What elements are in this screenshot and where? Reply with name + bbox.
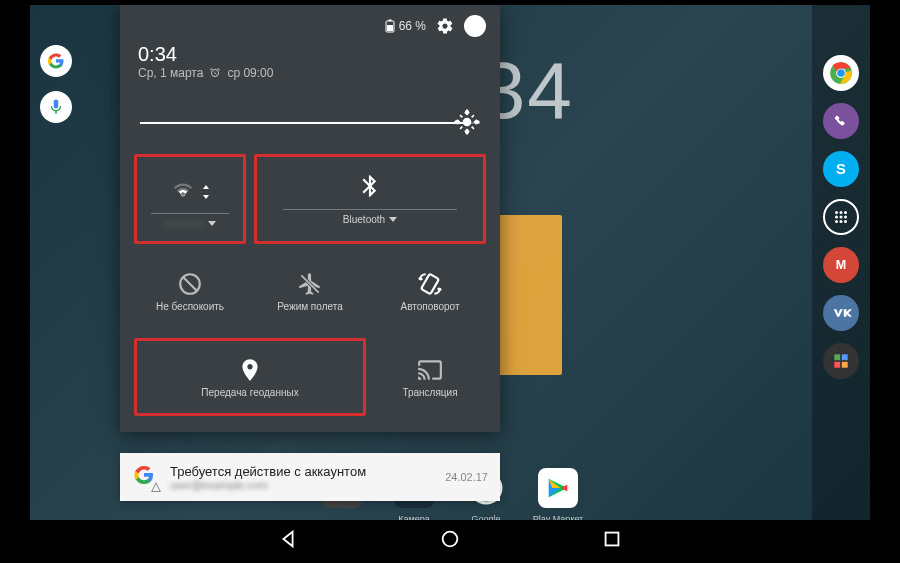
tile-label: Не беспокоить: [156, 301, 224, 312]
battery-icon: [385, 19, 395, 33]
svg-rect-30: [606, 533, 619, 546]
tile-label: Автоповорот: [400, 301, 459, 312]
svg-text:S: S: [836, 161, 846, 177]
svg-text:M: M: [836, 258, 846, 272]
viber-icon[interactable]: [823, 103, 859, 139]
brightness-fill: [140, 122, 466, 124]
svg-point-3: [837, 69, 845, 77]
notification-subtitle: user@example.com: [170, 479, 435, 491]
tile-label: Трансляция: [402, 387, 457, 398]
google-app-icon: [132, 463, 160, 491]
quick-settings-tiles: ———— Bluetooth Не беспокоить Режим полет…: [120, 154, 500, 432]
alarm-icon: [209, 67, 221, 79]
notification-date: 24.02.17: [445, 471, 488, 483]
svg-point-9: [840, 216, 843, 219]
cast-icon: [417, 357, 443, 383]
chrome-icon[interactable]: [823, 55, 859, 91]
bluetooth-icon: [357, 173, 383, 199]
left-search-column: [30, 45, 72, 123]
right-app-column: S M: [812, 5, 870, 558]
svg-rect-21: [388, 20, 391, 22]
svg-point-10: [844, 216, 847, 219]
status-row: 66 %: [120, 5, 500, 43]
shade-date-row: Ср, 1 марта ср 09:00: [138, 66, 482, 80]
shade-alarm: ср 09:00: [227, 66, 273, 80]
svg-rect-22: [387, 25, 393, 31]
notification-card[interactable]: Требуется действие с аккаунтом user@exam…: [120, 453, 500, 501]
svg-point-23: [463, 118, 472, 127]
svg-point-29: [443, 532, 458, 547]
calculator-icon[interactable]: [823, 343, 859, 379]
tablet-screen: 0:34 09:00 TER ER S M: [30, 5, 870, 558]
svg-point-7: [844, 211, 847, 214]
battery-pct: 66 %: [399, 19, 426, 33]
chevron-down-icon: [208, 221, 216, 226]
brightness-icon[interactable]: [454, 109, 480, 135]
battery-indicator: 66 %: [385, 19, 426, 33]
navigation-bar: [30, 520, 870, 558]
home-button[interactable]: [439, 528, 461, 550]
skype-icon[interactable]: S: [823, 151, 859, 187]
svg-point-5: [835, 211, 838, 214]
tile-location[interactable]: Передача геоданных: [134, 338, 366, 416]
svg-rect-17: [834, 362, 840, 368]
notification-title: Требуется действие с аккаунтом: [170, 464, 435, 479]
shade-date: Ср, 1 марта: [138, 66, 203, 80]
back-button[interactable]: [277, 528, 299, 550]
svg-point-11: [835, 220, 838, 223]
tile-autorotate[interactable]: Автоповорот: [374, 252, 486, 330]
app-drawer-icon[interactable]: [823, 199, 859, 235]
shade-time: 0:34: [138, 43, 482, 66]
autorotate-icon: [417, 271, 443, 297]
dock-item[interactable]: Play Маркет: [538, 468, 578, 508]
dnd-icon: [177, 271, 203, 297]
wifi-icon: [170, 177, 196, 203]
expand-icon: [202, 185, 210, 199]
settings-icon[interactable]: [436, 17, 454, 35]
brightness-slider[interactable]: [140, 112, 480, 132]
airplane-icon: [297, 271, 323, 297]
svg-rect-15: [834, 354, 840, 360]
tile-airplane[interactable]: Режим полета: [254, 252, 366, 330]
gmail-icon[interactable]: M: [823, 247, 859, 283]
chevron-down-icon: [389, 217, 397, 222]
shade-header: 0:34 Ср, 1 марта ср 09:00: [120, 43, 500, 94]
recent-apps-button[interactable]: [601, 528, 623, 550]
tile-dnd[interactable]: Не беспокоить: [134, 252, 246, 330]
notification-text: Требуется действие с аккаунтом user@exam…: [170, 464, 435, 491]
svg-point-13: [844, 220, 847, 223]
svg-point-6: [840, 211, 843, 214]
svg-rect-16: [842, 354, 848, 360]
tile-label: Передача геоданных: [201, 387, 298, 398]
tile-cast[interactable]: Трансляция: [374, 338, 486, 416]
location-icon: [237, 357, 263, 383]
google-search-icon[interactable]: [40, 45, 72, 77]
tile-label: Bluetooth: [343, 214, 385, 225]
svg-line-25: [184, 277, 197, 290]
voice-search-icon[interactable]: [40, 91, 72, 123]
tile-bluetooth[interactable]: Bluetooth: [254, 154, 486, 244]
svg-point-12: [840, 220, 843, 223]
svg-point-8: [835, 216, 838, 219]
notification-shade: 66 % 0:34 Ср, 1 марта ср 09:00: [120, 5, 500, 432]
tile-wifi[interactable]: ————: [134, 154, 246, 244]
svg-rect-18: [842, 362, 848, 368]
vk-icon[interactable]: [823, 295, 859, 331]
svg-rect-28: [421, 273, 439, 293]
user-avatar[interactable]: [464, 15, 486, 37]
tile-label: Режим полета: [277, 301, 342, 312]
